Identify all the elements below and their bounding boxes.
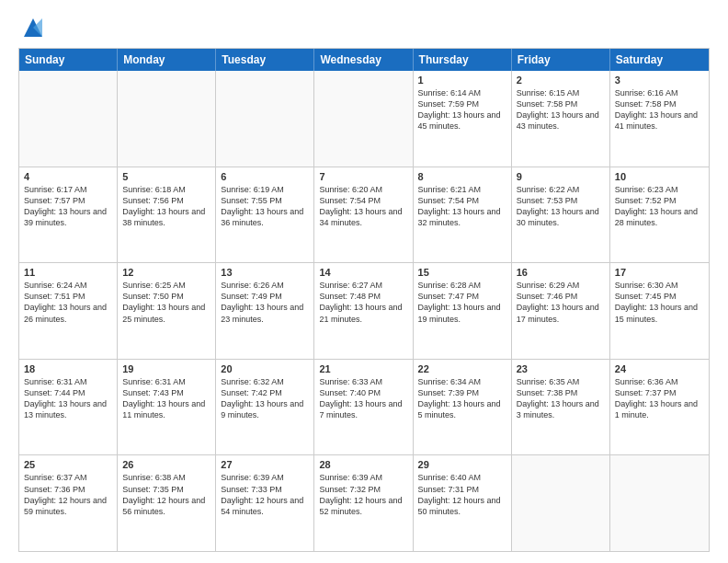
day-info: Sunrise: 6:37 AM Sunset: 7:36 PM Dayligh… — [24, 472, 112, 517]
day-number: 11 — [24, 267, 112, 278]
day-info: Sunrise: 6:21 AM Sunset: 7:54 PM Dayligh… — [418, 184, 506, 229]
day-info: Sunrise: 6:22 AM Sunset: 7:53 PM Dayligh… — [517, 184, 605, 229]
day-number: 1 — [418, 75, 506, 86]
day-info: Sunrise: 6:30 AM Sunset: 7:45 PM Dayligh… — [615, 280, 704, 325]
calendar-cell: 11Sunrise: 6:24 AM Sunset: 7:51 PM Dayli… — [19, 263, 118, 359]
day-number: 21 — [319, 363, 407, 374]
calendar-cell: 2Sunrise: 6:15 AM Sunset: 7:58 PM Daylig… — [512, 71, 610, 167]
calendar-row: 25Sunrise: 6:37 AM Sunset: 7:36 PM Dayli… — [19, 455, 709, 551]
day-info: Sunrise: 6:27 AM Sunset: 7:48 PM Dayligh… — [319, 280, 407, 325]
day-number: 13 — [221, 267, 309, 278]
day-number: 4 — [24, 171, 112, 182]
day-info: Sunrise: 6:15 AM Sunset: 7:58 PM Dayligh… — [517, 87, 605, 132]
day-number: 20 — [221, 363, 309, 374]
calendar: SundayMondayTuesdayWednesdayThursdayFrid… — [18, 48, 710, 552]
calendar-cell: 12Sunrise: 6:25 AM Sunset: 7:50 PM Dayli… — [118, 263, 216, 359]
day-number: 17 — [615, 267, 704, 278]
day-info: Sunrise: 6:40 AM Sunset: 7:31 PM Dayligh… — [418, 472, 506, 517]
day-number: 23 — [517, 363, 605, 374]
day-number: 12 — [122, 267, 210, 278]
weekday-header: Sunday — [19, 49, 118, 71]
calendar-cell: 6Sunrise: 6:19 AM Sunset: 7:55 PM Daylig… — [216, 167, 314, 263]
calendar-cell — [118, 71, 216, 167]
day-info: Sunrise: 6:32 AM Sunset: 7:42 PM Dayligh… — [221, 376, 309, 421]
day-info: Sunrise: 6:24 AM Sunset: 7:51 PM Dayligh… — [24, 280, 112, 325]
day-number: 28 — [319, 459, 407, 470]
weekday-header: Friday — [512, 49, 610, 71]
calendar-cell: 14Sunrise: 6:27 AM Sunset: 7:48 PM Dayli… — [314, 263, 413, 359]
page: SundayMondayTuesdayWednesdayThursdayFrid… — [0, 0, 728, 563]
calendar-cell: 13Sunrise: 6:26 AM Sunset: 7:49 PM Dayli… — [216, 263, 314, 359]
calendar-cell: 3Sunrise: 6:16 AM Sunset: 7:58 PM Daylig… — [610, 71, 709, 167]
day-info: Sunrise: 6:14 AM Sunset: 7:59 PM Dayligh… — [418, 87, 506, 132]
day-number: 27 — [221, 459, 309, 470]
calendar-cell — [512, 455, 610, 551]
day-info: Sunrise: 6:17 AM Sunset: 7:57 PM Dayligh… — [24, 184, 112, 229]
day-info: Sunrise: 6:34 AM Sunset: 7:39 PM Dayligh… — [418, 376, 506, 421]
day-number: 8 — [418, 171, 506, 182]
day-info: Sunrise: 6:23 AM Sunset: 7:52 PM Dayligh… — [615, 184, 704, 229]
calendar-cell: 28Sunrise: 6:39 AM Sunset: 7:32 PM Dayli… — [314, 455, 413, 551]
weekday-header: Wednesday — [314, 49, 413, 71]
calendar-cell: 17Sunrise: 6:30 AM Sunset: 7:45 PM Dayli… — [610, 263, 709, 359]
day-info: Sunrise: 6:31 AM Sunset: 7:43 PM Dayligh… — [122, 376, 210, 421]
day-number: 26 — [122, 459, 210, 470]
calendar-cell: 25Sunrise: 6:37 AM Sunset: 7:36 PM Dayli… — [19, 455, 118, 551]
day-info: Sunrise: 6:20 AM Sunset: 7:54 PM Dayligh… — [319, 184, 407, 229]
day-info: Sunrise: 6:39 AM Sunset: 7:33 PM Dayligh… — [221, 472, 309, 517]
day-number: 18 — [24, 363, 112, 374]
day-info: Sunrise: 6:35 AM Sunset: 7:38 PM Dayligh… — [517, 376, 605, 421]
day-info: Sunrise: 6:16 AM Sunset: 7:58 PM Dayligh… — [615, 87, 704, 132]
calendar-cell: 18Sunrise: 6:31 AM Sunset: 7:44 PM Dayli… — [19, 360, 118, 455]
calendar-cell — [314, 71, 413, 167]
day-info: Sunrise: 6:28 AM Sunset: 7:47 PM Dayligh… — [418, 280, 506, 325]
day-number: 19 — [122, 363, 210, 374]
calendar-row: 18Sunrise: 6:31 AM Sunset: 7:44 PM Dayli… — [19, 360, 709, 456]
calendar-cell: 1Sunrise: 6:14 AM Sunset: 7:59 PM Daylig… — [414, 71, 512, 167]
calendar-cell: 23Sunrise: 6:35 AM Sunset: 7:38 PM Dayli… — [512, 360, 610, 455]
calendar-cell: 10Sunrise: 6:23 AM Sunset: 7:52 PM Dayli… — [610, 167, 709, 263]
day-info: Sunrise: 6:29 AM Sunset: 7:46 PM Dayligh… — [517, 280, 605, 325]
calendar-cell: 22Sunrise: 6:34 AM Sunset: 7:39 PM Dayli… — [414, 360, 512, 455]
day-info: Sunrise: 6:19 AM Sunset: 7:55 PM Dayligh… — [221, 184, 309, 229]
day-info: Sunrise: 6:26 AM Sunset: 7:49 PM Dayligh… — [221, 280, 309, 325]
day-number: 7 — [319, 171, 407, 182]
day-number: 9 — [517, 171, 605, 182]
day-info: Sunrise: 6:39 AM Sunset: 7:32 PM Dayligh… — [319, 472, 407, 517]
day-info: Sunrise: 6:38 AM Sunset: 7:35 PM Dayligh… — [122, 472, 210, 517]
calendar-cell: 27Sunrise: 6:39 AM Sunset: 7:33 PM Dayli… — [216, 455, 314, 551]
day-number: 25 — [24, 459, 112, 470]
weekday-header: Saturday — [610, 49, 709, 71]
day-info: Sunrise: 6:25 AM Sunset: 7:50 PM Dayligh… — [122, 280, 210, 325]
day-number: 3 — [615, 75, 704, 86]
calendar-cell: 9Sunrise: 6:22 AM Sunset: 7:53 PM Daylig… — [512, 167, 610, 263]
day-info: Sunrise: 6:31 AM Sunset: 7:44 PM Dayligh… — [24, 376, 112, 421]
day-info: Sunrise: 6:36 AM Sunset: 7:37 PM Dayligh… — [615, 376, 704, 421]
day-info: Sunrise: 6:18 AM Sunset: 7:56 PM Dayligh… — [122, 184, 210, 229]
day-number: 24 — [615, 363, 704, 374]
day-info: Sunrise: 6:33 AM Sunset: 7:40 PM Dayligh… — [319, 376, 407, 421]
calendar-cell: 8Sunrise: 6:21 AM Sunset: 7:54 PM Daylig… — [414, 167, 512, 263]
weekday-header: Thursday — [414, 49, 512, 71]
calendar-header: SundayMondayTuesdayWednesdayThursdayFrid… — [19, 49, 709, 71]
weekday-header: Monday — [118, 49, 216, 71]
calendar-cell — [610, 455, 709, 551]
calendar-cell: 24Sunrise: 6:36 AM Sunset: 7:37 PM Dayli… — [610, 360, 709, 455]
calendar-cell: 20Sunrise: 6:32 AM Sunset: 7:42 PM Dayli… — [216, 360, 314, 455]
day-number: 22 — [418, 363, 506, 374]
calendar-row: 4Sunrise: 6:17 AM Sunset: 7:57 PM Daylig… — [19, 167, 709, 264]
day-number: 16 — [517, 267, 605, 278]
day-number: 2 — [517, 75, 605, 86]
calendar-cell: 15Sunrise: 6:28 AM Sunset: 7:47 PM Dayli… — [414, 263, 512, 359]
calendar-row: 1Sunrise: 6:14 AM Sunset: 7:59 PM Daylig… — [19, 71, 709, 167]
day-number: 6 — [221, 171, 309, 182]
day-number: 14 — [319, 267, 407, 278]
day-number: 5 — [122, 171, 210, 182]
header — [18, 15, 710, 40]
calendar-cell — [19, 71, 118, 167]
calendar-cell: 29Sunrise: 6:40 AM Sunset: 7:31 PM Dayli… — [414, 455, 512, 551]
calendar-row: 11Sunrise: 6:24 AM Sunset: 7:51 PM Dayli… — [19, 263, 709, 360]
calendar-cell: 19Sunrise: 6:31 AM Sunset: 7:43 PM Dayli… — [118, 360, 216, 455]
calendar-body: 1Sunrise: 6:14 AM Sunset: 7:59 PM Daylig… — [19, 71, 709, 551]
day-number: 15 — [418, 267, 506, 278]
